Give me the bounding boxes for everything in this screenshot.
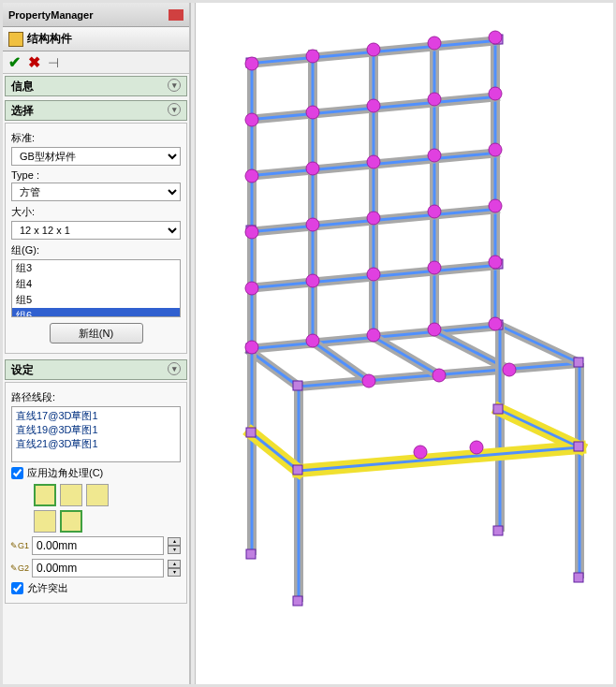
group-listbox[interactable]: 组3组4组5组6 — [11, 259, 181, 317]
section-select-header[interactable]: 选择 ▾ — [5, 100, 187, 121]
group-list-item[interactable]: 组6 — [12, 308, 180, 317]
svg-point-64 — [245, 57, 258, 70]
allow-protrude-checkbox[interactable] — [11, 582, 23, 594]
svg-rect-56 — [293, 465, 302, 475]
corner-treatment-1-button[interactable] — [34, 484, 56, 506]
new-group-button[interactable]: 新组(N) — [50, 323, 143, 344]
gap2-icon: ✎G2 — [11, 560, 28, 577]
svg-point-81 — [367, 212, 380, 225]
svg-point-97 — [414, 446, 427, 459]
group-list-item[interactable]: 组5 — [12, 292, 180, 308]
structural-member-icon — [8, 32, 23, 47]
standard-dropdown[interactable]: GB型材焊件 — [11, 147, 181, 166]
corner-option-1-button[interactable] — [34, 510, 56, 533]
feature-name: 结构构件 — [27, 31, 72, 47]
gap2-up[interactable]: ▴ — [168, 560, 181, 568]
svg-line-31 — [374, 337, 439, 375]
svg-point-75 — [306, 162, 319, 175]
apply-corner-label: 应用边角处理(C) — [27, 466, 103, 480]
corner-option-2-button[interactable] — [60, 510, 82, 533]
svg-point-66 — [367, 43, 380, 56]
group-list-item[interactable]: 组4 — [12, 276, 180, 292]
svg-point-71 — [367, 99, 380, 112]
chair-model — [196, 12, 608, 677]
confirm-toolbar: ✔ ✖ ⊣ — [3, 51, 189, 74]
gap1-up[interactable]: ▴ — [168, 537, 181, 546]
collapse-icon[interactable]: ▾ — [168, 79, 181, 92]
path-list-item[interactable]: 直线19@3D草图1 — [16, 423, 176, 437]
collapse-icon[interactable]: ▾ — [168, 103, 181, 116]
svg-point-84 — [245, 282, 258, 295]
svg-rect-52 — [293, 381, 302, 390]
gap1-input[interactable]: 0.00mm — [32, 536, 164, 555]
svg-point-78 — [489, 143, 502, 156]
corner-treatment-3-button[interactable] — [86, 484, 109, 506]
svg-rect-58 — [246, 549, 256, 559]
svg-point-86 — [367, 268, 380, 281]
svg-point-69 — [245, 113, 258, 126]
path-list-item[interactable]: 直线17@3D草图1 — [16, 409, 176, 423]
svg-point-72 — [428, 93, 441, 106]
size-label: 大小: — [11, 205, 181, 219]
svg-rect-61 — [574, 573, 583, 582]
svg-point-96 — [503, 363, 516, 376]
svg-line-29 — [313, 342, 369, 381]
type-dropdown[interactable]: 方管 — [11, 183, 181, 201]
svg-point-79 — [245, 226, 258, 239]
path-list-item[interactable]: 直线21@3D草图1 — [16, 437, 176, 451]
group-label: 组(G): — [11, 243, 181, 257]
svg-point-77 — [428, 149, 441, 162]
svg-point-87 — [428, 261, 441, 274]
section-info-header[interactable]: 信息 ▾ — [5, 76, 187, 96]
3d-viewport[interactable] — [196, 3, 613, 684]
path-listbox[interactable]: 直线17@3D草图1直线19@3D草图1直线21@3D草图1 — [11, 406, 181, 462]
gap1-down[interactable]: ▾ — [168, 546, 181, 554]
svg-rect-57 — [574, 442, 583, 451]
allow-protrude-label: 允许突出 — [27, 581, 68, 595]
pushpin-icon[interactable]: ⊣ — [48, 55, 59, 70]
svg-point-67 — [428, 37, 441, 50]
ok-button[interactable]: ✔ — [8, 53, 21, 71]
gap1-icon: ✎G1 — [11, 537, 28, 554]
collapse-icon[interactable]: ▾ — [168, 362, 181, 375]
settings-label: 设定 — [11, 362, 34, 378]
svg-point-85 — [306, 274, 319, 287]
svg-point-76 — [367, 155, 380, 168]
svg-point-90 — [306, 334, 319, 347]
standard-label: 标准: — [11, 131, 181, 145]
svg-point-74 — [245, 169, 258, 183]
svg-point-91 — [367, 329, 380, 342]
svg-line-47 — [500, 410, 579, 447]
svg-point-70 — [306, 106, 319, 119]
type-label: Type : — [11, 169, 181, 181]
svg-point-83 — [489, 199, 502, 212]
gap2-input[interactable]: 0.00mm — [32, 559, 164, 577]
section-settings-header[interactable]: 设定 ▾ — [5, 359, 187, 380]
svg-line-46 — [252, 433, 299, 471]
svg-point-93 — [489, 317, 502, 330]
cancel-button[interactable]: ✖ — [28, 53, 40, 71]
svg-rect-55 — [493, 404, 503, 414]
svg-point-94 — [362, 374, 375, 387]
corner-treatment-2-button[interactable] — [60, 484, 82, 506]
property-manager-panel: PropertyManager 结构构件 ✔ ✖ ⊣ 信息 ▾ 选择 ▾ 标准:… — [3, 3, 190, 684]
svg-point-73 — [489, 87, 502, 100]
select-label: 选择 — [11, 103, 34, 119]
pm-header: PropertyManager — [3, 3, 189, 27]
gap2-down[interactable]: ▾ — [168, 568, 181, 577]
size-dropdown[interactable]: 12 x 12 x 1 — [11, 221, 181, 240]
svg-point-82 — [428, 205, 441, 218]
guide-flag-icon[interactable] — [169, 9, 183, 21]
svg-line-27 — [500, 326, 579, 363]
svg-point-65 — [306, 50, 319, 63]
svg-point-95 — [433, 369, 446, 382]
apply-corner-checkbox[interactable] — [11, 467, 23, 479]
group-list-item[interactable]: 组3 — [12, 260, 180, 276]
svg-rect-59 — [493, 526, 503, 535]
svg-point-80 — [306, 218, 319, 231]
info-label: 信息 — [11, 79, 34, 95]
pm-title: PropertyManager — [8, 9, 93, 21]
svg-point-92 — [428, 323, 441, 336]
svg-point-68 — [489, 31, 502, 44]
feature-title-bar: 结构构件 — [3, 27, 189, 51]
